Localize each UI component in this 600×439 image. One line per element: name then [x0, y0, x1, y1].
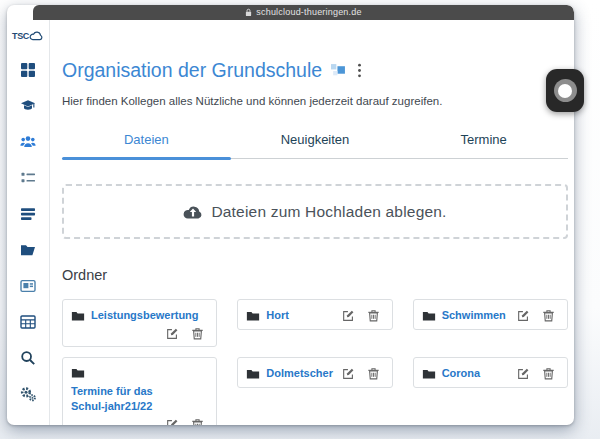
folder-card: Dolmetscher: [237, 357, 392, 388]
folder-link[interactable]: Dolmetscher: [266, 366, 333, 381]
folder-icon: [71, 309, 85, 323]
page-subtitle: Hier finden Kollegen alles Nützliche und…: [62, 95, 568, 111]
edit-icon[interactable]: [342, 309, 355, 322]
folder-card: Termine für das Schul-jahr21/22: [62, 357, 217, 425]
sidebar: TSC: [7, 20, 50, 425]
page-title: Organisation der Grundschule: [62, 58, 322, 82]
folder-icon: [71, 366, 85, 380]
folder-icon: [246, 367, 260, 381]
tab-dateien[interactable]: Dateien: [62, 130, 231, 158]
folder-link[interactable]: Leistungsbewertung: [91, 308, 199, 323]
upload-cloud-icon: [183, 205, 203, 219]
folder-link[interactable]: Hort: [266, 308, 289, 323]
edit-icon[interactable]: [517, 367, 530, 380]
address-text: schulcloud-thueringen.de: [256, 5, 361, 20]
courses-icon[interactable]: [20, 98, 36, 114]
dropzone-label: Dateien zum Hochladen ablegen.: [211, 203, 446, 221]
tab-bar: Dateien Neuigkeiten Termine: [62, 130, 568, 159]
cloud-logo-icon: [28, 30, 44, 42]
kebab-menu-icon[interactable]: [357, 63, 362, 78]
folder-link[interactable]: Corona: [442, 366, 481, 381]
trash-icon[interactable]: [367, 309, 380, 322]
folder-actions: [517, 309, 555, 322]
folder-icon: [422, 367, 436, 381]
trash-icon[interactable]: [191, 327, 204, 340]
dashboard-icon[interactable]: [20, 62, 36, 78]
folder-actions: [517, 367, 555, 380]
files-icon[interactable]: [20, 242, 36, 258]
folder-actions: [342, 367, 380, 380]
trash-icon[interactable]: [191, 418, 204, 425]
trash-icon[interactable]: [542, 309, 555, 322]
teams-icon[interactable]: [20, 134, 36, 150]
pixel-squares-icon: [331, 63, 346, 78]
folder-card: Corona: [413, 357, 568, 388]
record-circle-icon: [554, 79, 577, 102]
tab-termine[interactable]: Termine: [399, 130, 568, 158]
folder-actions: [342, 309, 380, 322]
tasks-icon[interactable]: [20, 170, 36, 186]
folder-card: Schwimmen: [413, 299, 568, 330]
folder-card: Hort: [237, 299, 392, 330]
edit-icon[interactable]: [166, 418, 179, 425]
app-logo[interactable]: TSC: [12, 30, 44, 42]
lernstore-icon[interactable]: [20, 278, 36, 294]
browser-address-bar[interactable]: schulcloud-thueringen.de: [33, 5, 574, 20]
settings-icon[interactable]: [20, 386, 36, 402]
file-dropzone[interactable]: Dateien zum Hochladen ablegen.: [62, 184, 568, 239]
page-header: Organisation der Grundschule: [62, 58, 568, 82]
folder-link[interactable]: Termine für das Schul-jahr21/22: [71, 384, 189, 414]
folders-heading: Ordner: [62, 267, 568, 283]
folder-grid: Leistungsbewertung Hort: [62, 299, 568, 425]
edit-icon[interactable]: [166, 327, 179, 340]
browser-window: schulcloud-thueringen.de TSC: [7, 5, 574, 425]
folder-icon: [246, 309, 260, 323]
folder-link[interactable]: Schwimmen: [442, 308, 506, 323]
sidebar-nav: [20, 62, 36, 402]
trash-icon[interactable]: [367, 367, 380, 380]
logo-text: TSC: [12, 31, 29, 41]
tab-neuigkeiten[interactable]: Neuigkeiten: [231, 130, 400, 158]
edit-icon[interactable]: [517, 309, 530, 322]
edit-icon[interactable]: [342, 367, 355, 380]
search-icon[interactable]: [20, 350, 36, 366]
trash-icon[interactable]: [542, 367, 555, 380]
padlock-icon: [245, 8, 252, 17]
app-body: TSC: [7, 20, 574, 425]
folder-card: Leistungsbewertung: [62, 299, 217, 347]
screen-record-button[interactable]: [546, 69, 584, 112]
calendar-icon[interactable]: [20, 314, 36, 330]
folder-icon: [422, 309, 436, 323]
news-icon[interactable]: [20, 206, 36, 222]
main-content: Organisation der Grundschule Hier finden…: [50, 20, 574, 425]
folder-actions: [166, 418, 204, 425]
folder-actions: [166, 327, 204, 340]
